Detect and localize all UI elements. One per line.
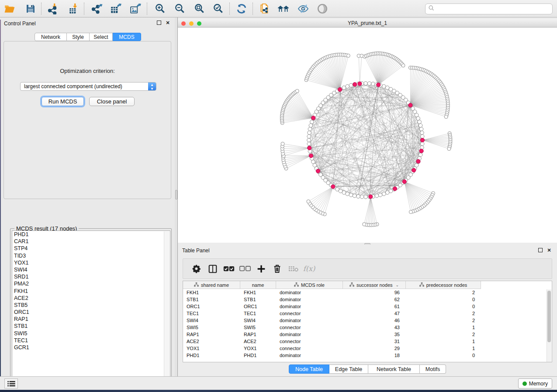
cell-successor-nodes[interactable]: 35 <box>343 331 406 338</box>
cell-shared-name[interactable]: ACE2 <box>183 338 240 345</box>
column-header-shared-name[interactable]: shared name <box>183 281 240 289</box>
apply-layout-button[interactable] <box>234 2 249 16</box>
cell-successor-nodes[interactable]: 29 <box>343 345 406 352</box>
cell-shared-name[interactable]: YOX1 <box>183 345 240 352</box>
zoom-in-button[interactable] <box>153 2 168 16</box>
save-session-button[interactable] <box>23 2 38 16</box>
cell-name[interactable]: SWI5 <box>240 324 276 331</box>
cell-name[interactable]: STB1 <box>240 296 276 303</box>
cell-name[interactable]: ACE2 <box>240 338 276 345</box>
mcds-result-item[interactable]: RAP1 <box>12 316 170 323</box>
cell-shared-name[interactable]: TEC1 <box>183 310 240 317</box>
mcds-result-item[interactable]: CAR1 <box>12 238 170 245</box>
cell-MCDS-role[interactable]: connector <box>276 338 343 345</box>
add-row-button[interactable] <box>253 262 269 275</box>
export-network-button[interactable] <box>90 2 104 16</box>
cell-MCDS-role[interactable]: dominator <box>276 352 343 359</box>
cell-shared-name[interactable]: PHD1 <box>183 352 240 359</box>
cell-successor-nodes[interactable]: 46 <box>343 317 406 324</box>
mcds-result-item[interactable]: STB5 <box>12 302 170 309</box>
cell-MCDS-role[interactable]: connector <box>276 345 343 352</box>
cell-successor-nodes[interactable]: 96 <box>343 289 406 296</box>
cell-name[interactable]: YOX1 <box>240 345 276 352</box>
cell-MCDS-role[interactable]: connector <box>276 310 343 317</box>
cell-name[interactable]: SWI4 <box>240 317 276 324</box>
tab-select[interactable]: Select <box>90 33 113 41</box>
tab-mcds[interactable]: MCDS <box>113 33 141 41</box>
cell-shared-name[interactable]: ORC1 <box>183 303 240 310</box>
table-scrollbar[interactable] <box>547 289 551 362</box>
table-row[interactable]: PHD1PHD1dominator180 <box>183 352 552 359</box>
cell-name[interactable]: RAP1 <box>240 331 276 338</box>
zoom-selected-button[interactable] <box>211 2 226 16</box>
open-session-button[interactable] <box>2 2 17 16</box>
cell-MCDS-role[interactable]: dominator <box>276 296 343 303</box>
mcds-result-item[interactable]: SWI4 <box>12 266 170 273</box>
float-panel-icon[interactable] <box>157 21 161 25</box>
table-row[interactable]: YOX1YOX1connector291 <box>183 345 552 352</box>
select-all-button[interactable] <box>221 262 237 275</box>
column-header-successor-nodes[interactable]: successor nodes⌄ <box>343 281 406 289</box>
hide-selected-button[interactable] <box>296 2 311 16</box>
mcds-result-item[interactable]: TEC1 <box>12 337 170 344</box>
cell-predecessor-nodes[interactable]: 2 <box>406 310 481 317</box>
mcds-result-item[interactable]: FKH1 <box>12 288 170 295</box>
tab-edge-table[interactable]: Edge Table <box>329 364 368 374</box>
tab-style[interactable]: Style <box>67 33 90 41</box>
cell-name[interactable]: ORC1 <box>240 303 276 310</box>
column-header-predecessor-nodes[interactable]: predecessor nodes <box>406 281 481 289</box>
table-row[interactable]: ACE2ACE2connector311 <box>183 338 552 345</box>
cell-MCDS-role[interactable]: dominator <box>276 289 343 296</box>
table-row[interactable]: TEC1TEC1connector472 <box>183 310 552 317</box>
mcds-result-item[interactable]: ORC1 <box>12 309 170 316</box>
splitter-grip[interactable] <box>175 190 177 199</box>
cell-name[interactable]: TEC1 <box>240 310 276 317</box>
cell-shared-name[interactable]: FKH1 <box>183 289 240 296</box>
mcds-result-item[interactable]: TID3 <box>12 252 170 259</box>
minimize-traffic-light[interactable] <box>189 21 194 26</box>
close-traffic-light[interactable] <box>181 21 186 26</box>
vertical-splitter[interactable] <box>175 17 178 376</box>
search-box[interactable] <box>425 3 553 14</box>
network-from-selection-button[interactable] <box>257 2 272 16</box>
run-mcds-button[interactable]: Run MCDS <box>42 97 84 106</box>
export-image-button[interactable] <box>128 2 143 16</box>
table-row[interactable]: RAP1RAP1dominator352 <box>183 331 552 338</box>
import-network-button[interactable] <box>46 2 61 16</box>
mcds-result-item[interactable]: SWI5 <box>12 330 170 337</box>
mcds-result-list[interactable]: PHD1CAR1STP4TID3YOX1SWI4SRD1PMA2FKH1ACE2… <box>12 230 170 386</box>
cell-MCDS-role[interactable]: dominator <box>276 303 343 310</box>
cell-name[interactable]: PHD1 <box>240 352 276 359</box>
cell-successor-nodes[interactable]: 61 <box>343 303 406 310</box>
cell-successor-nodes[interactable]: 18 <box>343 352 406 359</box>
delete-rows-button[interactable] <box>269 262 285 275</box>
mcds-result-item[interactable]: PMA2 <box>12 280 170 287</box>
maximize-traffic-light[interactable] <box>197 21 201 26</box>
close-panel-icon[interactable]: ✕ <box>165 20 170 25</box>
first-neighbors-button[interactable] <box>276 2 291 16</box>
mcds-result-item[interactable]: STP4 <box>12 245 170 252</box>
cell-successor-nodes[interactable]: 31 <box>343 338 406 345</box>
cell-successor-nodes[interactable]: 43 <box>343 324 406 331</box>
table-row[interactable]: SWI4SWI4dominator462 <box>183 317 552 324</box>
import-table-button[interactable] <box>66 2 81 16</box>
cell-shared-name[interactable]: SWI4 <box>183 317 240 324</box>
cell-predecessor-nodes[interactable]: 0 <box>406 352 481 359</box>
task-history-button[interactable] <box>4 378 18 389</box>
show-all-button[interactable] <box>315 2 330 16</box>
cell-predecessor-nodes[interactable]: 1 <box>406 345 481 352</box>
memory-button[interactable]: Memory <box>518 378 552 389</box>
zoom-fit-button[interactable] <box>192 2 207 16</box>
export-table-button[interactable] <box>108 2 123 16</box>
cell-predecessor-nodes[interactable]: 1 <box>406 338 481 345</box>
cell-shared-name[interactable]: STB1 <box>183 296 240 303</box>
network-graph[interactable] <box>178 28 557 243</box>
tab-network-table[interactable]: Network Table <box>368 364 420 374</box>
node-table[interactable]: shared namenameMCDS rolesuccessor nodes⌄… <box>183 281 552 362</box>
network-canvas[interactable] <box>178 28 557 243</box>
cell-shared-name[interactable]: SWI5 <box>183 324 240 331</box>
cell-predecessor-nodes[interactable]: 2 <box>406 289 481 296</box>
cell-name[interactable]: FKH1 <box>240 289 276 296</box>
cell-predecessor-nodes[interactable]: 0 <box>406 303 481 310</box>
table-row[interactable]: STB1STB1dominator620 <box>183 296 552 303</box>
